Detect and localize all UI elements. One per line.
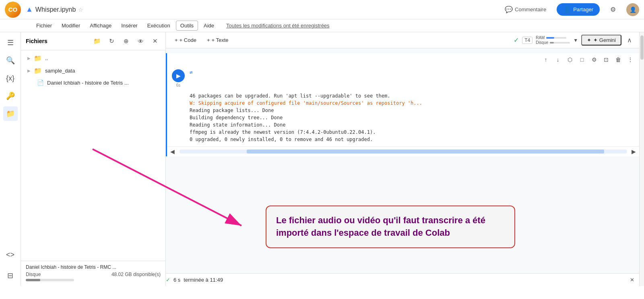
output-line: 0 upgraded, 0 newly installed, 0 to remo… (190, 136, 636, 143)
run-btn[interactable]: ▶ (172, 69, 185, 82)
tooltip-text: Le fichier audio ou vidéo qu'il faut tra… (276, 215, 485, 238)
cell-settings-btn[interactable]: ⚙ (588, 54, 600, 65)
tooltip-box: Le fichier audio ou vidéo qu'il faut tra… (266, 206, 515, 248)
scroll-track[interactable] (180, 150, 627, 154)
gemini-btn[interactable]: ✦ ✦ Gemini (581, 35, 621, 46)
gemini-label: ✦ Gemini (593, 37, 616, 43)
disk-filename: Daniel Ichbiah - histoire de Tetris - RM… (26, 264, 161, 270)
refresh-btn[interactable]: ↻ (106, 35, 117, 47)
t4-badge[interactable]: T4 (522, 37, 533, 44)
cell-link-btn[interactable]: ⬡ (564, 54, 576, 65)
add-code-btn[interactable]: + + Code (171, 35, 200, 45)
cell-up-btn[interactable]: ↑ (540, 54, 551, 65)
sidebar-menu-icon[interactable]: ☰ (3, 35, 18, 50)
cell-comment-btn[interactable]: □ (576, 54, 588, 65)
cell-down-btn[interactable]: ↓ (552, 54, 564, 65)
star-icon[interactable]: ☆ (78, 6, 83, 13)
scroll-right[interactable]: ▶ (628, 147, 639, 156)
disk-label-toolbar: Disque (536, 40, 548, 45)
share-button[interactable]: 👤 Partager (557, 3, 600, 16)
chevron-icon: ▶ (27, 69, 31, 73)
output-line: Building dependency tree... Done (190, 114, 636, 121)
disk-space: 48.02 GB disponible(s) (111, 272, 161, 277)
status-check: ✓ (166, 277, 170, 283)
new-folder-btn[interactable]: 📁 (91, 35, 103, 47)
file-item-parent[interactable]: ▶ 📁 .. (21, 52, 165, 64)
status-finished: terminée à 11:49 (184, 277, 223, 283)
status-time: 6 s (173, 277, 180, 283)
menu-affichage[interactable]: Affichage (86, 21, 116, 30)
comment-button[interactable]: 💬 Commentaire (501, 4, 550, 15)
disk-label: Disque (26, 272, 41, 277)
scroll-left[interactable]: ◀ (167, 147, 178, 156)
cell-more-btn[interactable]: ⋮ (625, 54, 636, 65)
file-item-sample-data[interactable]: ▶ 📁 sample_data (21, 64, 165, 77)
output-line: ffmpeg is already the newest version (7:… (190, 129, 636, 136)
cell-delete-btn[interactable]: 🗑 (613, 54, 624, 65)
folder-icon: 📁 (34, 67, 42, 75)
menu-execution[interactable]: Exécution (143, 21, 174, 30)
output-line: Reading package lists... Done (190, 107, 636, 114)
plus-icon: + (175, 37, 178, 43)
output-line: 46 packages can be upgraded. Run 'apt li… (190, 92, 636, 100)
menu-modifier[interactable]: Modifier (58, 21, 84, 30)
cell-expand-btn[interactable]: ⊡ (601, 54, 612, 65)
save-status: Toutes les modifications ont été enregis… (226, 23, 330, 29)
menu-fichier[interactable]: Fichier (32, 21, 56, 30)
menu-outils[interactable]: Outils (176, 21, 198, 31)
disk-bar-fill (26, 279, 40, 281)
status-checkmark: ✓ (514, 36, 519, 44)
close-panel-btn[interactable]: ✕ (149, 35, 161, 47)
plus-icon-2: + (207, 37, 210, 43)
file-panel-title: Fichiers (26, 38, 88, 44)
colab-logo: CO (5, 2, 21, 18)
cell-1: ↑ ↓ ⬡ □ ⚙ ⊡ 🗑 ⋮ ▶ 6s ⇄ (166, 53, 639, 156)
disk-bar (26, 279, 74, 281)
cell-time: 6s (176, 83, 181, 87)
sample-data-label: sample_data (45, 68, 75, 74)
notebook-name[interactable]: Whisper.ipynb (35, 6, 76, 13)
audio-file-label: Daniel Ichbiah - histoire de Tetris ... (47, 80, 129, 86)
notebook-title: ▲ Whisper.ipynb ☆ (26, 5, 83, 14)
cell-output: 46 packages can be upgraded. Run 'apt li… (167, 91, 639, 146)
ram-label: RAM (536, 35, 545, 40)
gear-icon: ⚙ (610, 6, 616, 13)
chevron-icon: ▶ (27, 56, 31, 60)
sidebar-search-icon[interactable]: 🔍 (3, 53, 18, 68)
add-code-label: + Code (180, 37, 196, 43)
sidebar-code-icon[interactable]: <> (3, 247, 18, 262)
sidebar-terminal-icon[interactable]: ⊟ (3, 268, 18, 283)
status-close[interactable]: ✕ (630, 277, 634, 283)
comment-icon: 💬 (505, 6, 513, 13)
scroll-thumb (640, 35, 644, 60)
drive-icon: ▲ (26, 5, 33, 14)
hide-btn[interactable]: 👁 (135, 35, 146, 47)
output-line: Reading state information... Done (190, 121, 636, 129)
comment-label: Commentaire (515, 6, 546, 12)
cell-scrollbar[interactable]: ◀ ▶ (167, 146, 639, 156)
cell-content[interactable]: ⇄ (190, 69, 636, 75)
sidebar-key-icon[interactable]: 🔑 (3, 89, 18, 103)
file-item-audio[interactable]: 📄 Daniel Ichbiah - histoire de Tetris ..… (21, 77, 165, 88)
logo-text: CO (8, 6, 18, 13)
parent-dir-label: .. (45, 55, 48, 61)
upload-btn[interactable]: ⊕ (120, 35, 132, 47)
collapse-btn[interactable]: ∧ (625, 35, 634, 45)
folder-icon: 📁 (34, 54, 42, 62)
menu-inserer[interactable]: Insérer (117, 21, 141, 30)
settings-button[interactable]: ⚙ (606, 4, 620, 15)
add-text-btn[interactable]: + + Texte (203, 35, 233, 45)
sidebar-folder-icon[interactable]: 📁 (3, 106, 18, 121)
menu-aide[interactable]: Aide (200, 21, 218, 30)
output-line: W: Skipping acquire of configured file '… (190, 100, 636, 107)
sidebar-variable-icon[interactable]: {x} (3, 71, 18, 85)
right-scrollbar[interactable] (639, 32, 644, 286)
share-label: Partager (573, 6, 593, 12)
add-text-label: + Texte (211, 37, 228, 43)
gemini-icon: ✦ (587, 37, 591, 43)
file-icon: 📄 (37, 79, 44, 86)
dropdown-arrow[interactable]: ▼ (573, 37, 578, 43)
ram-disk-indicator: RAM Disque (536, 35, 570, 45)
person-icon: 👤 (563, 6, 571, 13)
avatar[interactable]: 👤 (626, 3, 639, 16)
